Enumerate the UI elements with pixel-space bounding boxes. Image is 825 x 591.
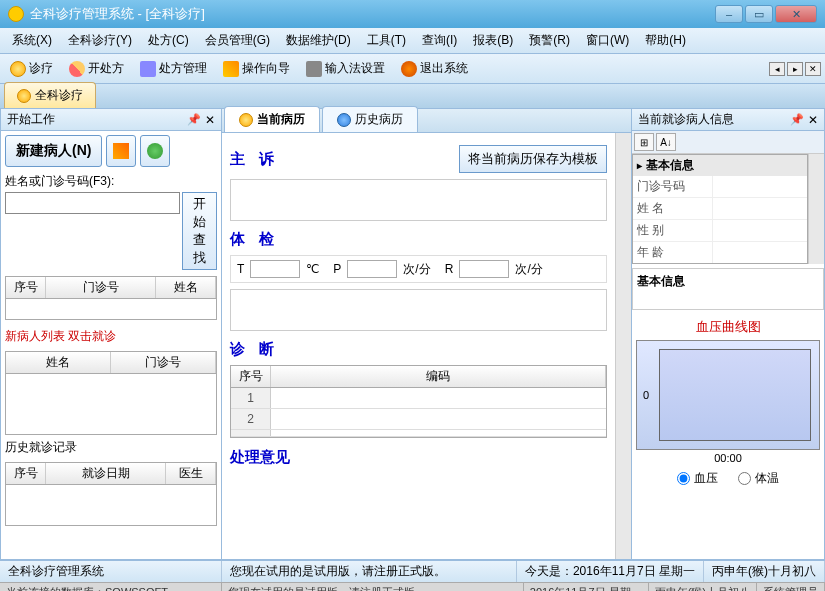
left-panel: 开始工作 📌 ✕ 新建病人(N) 姓名或门诊号码(F3): 开始查找 序号 门诊… (0, 108, 222, 560)
nav-close-button[interactable]: ✕ (805, 62, 821, 76)
tool-label: 处方管理 (159, 60, 207, 77)
menu-tools[interactable]: 工具(T) (359, 29, 414, 52)
history-label: 历史就诊记录 (5, 439, 217, 456)
col-name[interactable]: 姓名 (156, 277, 216, 298)
menu-prescription[interactable]: 处方(C) (140, 29, 197, 52)
maximize-button[interactable]: ▭ (745, 5, 773, 23)
menu-window[interactable]: 窗口(W) (578, 29, 637, 52)
pin-icon[interactable]: 📌 (187, 113, 201, 126)
col-id[interactable]: 门诊号 (111, 352, 216, 373)
col-id[interactable]: 门诊号 (46, 277, 156, 298)
prop-row[interactable]: 年 龄 (633, 242, 807, 264)
window-title: 全科诊疗管理系统 - [全科诊疗] (30, 5, 715, 23)
chief-complaint-input[interactable] (230, 179, 607, 221)
status-db: 当前连接的数据库：SQWSSOFT (0, 583, 222, 591)
col-seq[interactable]: 序号 (231, 366, 271, 387)
menu-report[interactable]: 报表(B) (465, 29, 521, 52)
tool-ime[interactable]: 输入法设置 (300, 57, 391, 80)
minimize-button[interactable]: – (715, 5, 743, 23)
record-content: 主诉 将当前病历保存为模板 体检 T ℃ P 次/分 R 次/分 诊断 序号 (222, 133, 615, 535)
table-row[interactable]: 2 (231, 409, 606, 430)
new-patient-button[interactable]: 新建病人(N) (5, 135, 102, 167)
pin-icon[interactable]: 📌 (790, 113, 804, 126)
panel-close-button[interactable]: ✕ (808, 113, 818, 127)
prop-section-basic[interactable]: 基本信息 (633, 155, 807, 176)
nav-prev-button[interactable]: ◂ (769, 62, 785, 76)
radio-bp-input[interactable] (677, 472, 690, 485)
tool-prescribe[interactable]: 开处方 (63, 57, 130, 80)
prop-row[interactable]: 姓 名 (633, 198, 807, 220)
table-row[interactable] (231, 430, 606, 437)
edit-button[interactable] (106, 135, 136, 167)
col-date[interactable]: 就诊日期 (46, 463, 166, 484)
toolbar: 诊疗 开处方 处方管理 操作向导 输入法设置 退出系统 ◂ ▸ ✕ (0, 54, 825, 84)
radio-bp[interactable]: 血压 (677, 470, 718, 487)
record-tabs: 当前病历 历史病历 (222, 109, 631, 133)
menu-alert[interactable]: 预警(R) (521, 29, 578, 52)
col-seq[interactable]: 序号 (6, 277, 46, 298)
tool-diagnose[interactable]: 诊疗 (4, 57, 59, 80)
menu-query[interactable]: 查询(I) (414, 29, 465, 52)
diagnosis-grid: 序号 编码 1 2 (230, 365, 607, 438)
nav-next-button[interactable]: ▸ (787, 62, 803, 76)
menu-general[interactable]: 全科诊疗(Y) (60, 29, 140, 52)
history-grid: 序号 就诊日期 医生 (5, 462, 217, 526)
doc-tab-general[interactable]: 全科诊疗 (4, 82, 96, 108)
col-seq[interactable]: 序号 (6, 463, 46, 484)
tab-history-record[interactable]: 历史病历 (322, 106, 418, 132)
physical-exam-input[interactable] (230, 289, 607, 331)
scrollbar-vertical[interactable] (808, 154, 824, 264)
menu-system[interactable]: 系统(X) (4, 29, 60, 52)
col-doctor[interactable]: 医生 (166, 463, 216, 484)
radio-temp[interactable]: 体温 (738, 470, 779, 487)
chart-x-label: 00:00 (632, 452, 824, 464)
radio-temp-input[interactable] (738, 472, 751, 485)
power-icon (401, 61, 417, 77)
physical-exam-title: 体检 (230, 230, 288, 249)
tab-icon (239, 113, 253, 127)
unit-resp: 次/分 (515, 261, 542, 278)
diagnose-icon (10, 61, 26, 77)
tool-label: 诊疗 (29, 60, 53, 77)
col-code[interactable]: 编码 (271, 366, 606, 387)
tool-rx-manage[interactable]: 处方管理 (134, 57, 213, 80)
statusbar-secondary: 当前连接的数据库：SQWSSOFT 您现在试用的是试用版，请注册正式版。 201… (0, 582, 825, 591)
users-button[interactable] (140, 135, 170, 167)
tool-guide[interactable]: 操作向导 (217, 57, 296, 80)
chart-y-label: 0 (643, 389, 649, 401)
tab-current-record[interactable]: 当前病历 (224, 106, 320, 132)
menu-data[interactable]: 数据维护(D) (278, 29, 359, 52)
label-r: R (445, 262, 454, 276)
input-respiration[interactable] (459, 260, 509, 278)
input-pulse[interactable] (347, 260, 397, 278)
save-template-button[interactable]: 将当前病历保存为模板 (459, 145, 607, 173)
prop-sort-button[interactable]: A↓ (656, 133, 676, 151)
scrollbar-vertical[interactable] (615, 133, 631, 559)
pencil-icon (113, 143, 129, 159)
menu-help[interactable]: 帮助(H) (637, 29, 694, 52)
left-panel-header: 开始工作 📌 ✕ (1, 109, 221, 131)
panel-close-button[interactable]: ✕ (205, 113, 215, 127)
tab-label: 历史病历 (355, 111, 403, 128)
toolbar-nav: ◂ ▸ ✕ (769, 62, 821, 76)
input-temperature[interactable] (250, 260, 300, 278)
status-app: 全科诊疗管理系统 (0, 561, 222, 582)
menu-member[interactable]: 会员管理(G) (197, 29, 278, 52)
col-name[interactable]: 姓名 (6, 352, 111, 373)
tool-exit[interactable]: 退出系统 (395, 57, 474, 80)
search-button[interactable]: 开始查找 (182, 192, 217, 270)
new-patient-grid: 姓名 门诊号 (5, 351, 217, 435)
tool-label: 开处方 (88, 60, 124, 77)
prop-categorize-button[interactable]: ⊞ (634, 133, 654, 151)
tool-label: 退出系统 (420, 60, 468, 77)
diagnosis-title: 诊断 (230, 340, 288, 359)
close-button[interactable]: ✕ (775, 5, 817, 23)
table-row[interactable]: 1 (231, 388, 606, 409)
search-input[interactable] (5, 192, 180, 214)
prop-row[interactable]: 性 别 (633, 220, 807, 242)
pencil-icon (223, 61, 239, 77)
status-lunar2: 丙申年(猴)十月初八 (649, 583, 757, 591)
center-panel: 当前病历 历史病历 主诉 将当前病历保存为模板 体检 T ℃ P 次/分 R 次… (222, 108, 631, 560)
prop-row[interactable]: 门诊号码 (633, 176, 807, 198)
statusbar: 全科诊疗管理系统 您现在试用的是试用版，请注册正式版。 今天是：2016年11月… (0, 560, 825, 582)
